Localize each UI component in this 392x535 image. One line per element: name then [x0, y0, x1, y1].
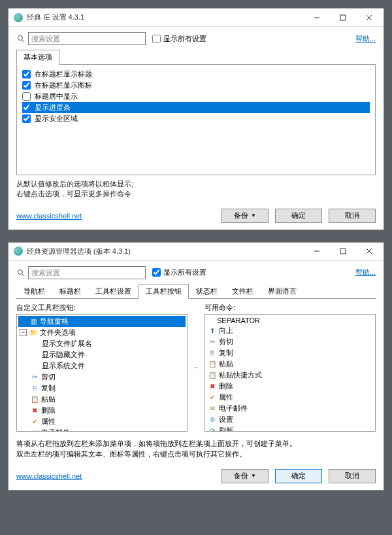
delete-icon: ✖: [30, 406, 39, 415]
copy-icon: ⎘: [208, 348, 217, 357]
refresh-icon: ⟳: [208, 426, 217, 432]
tab-language[interactable]: 界面语言: [261, 284, 304, 299]
list-item[interactable]: SEPARATOR: [206, 316, 374, 325]
window-title: 经典 IE 设置 4.3.1: [27, 12, 304, 22]
collapse-icon[interactable]: −: [20, 329, 27, 336]
option-center-title[interactable]: 标题居中显示: [22, 91, 370, 102]
list-item[interactable]: ✉电子邮件: [206, 403, 374, 414]
properties-icon: ✔: [30, 417, 39, 426]
options-panel: 在标题栏显示标题 在标题栏显示图标 标题居中显示 显示进度条 显示安全区域: [16, 64, 376, 175]
svg-line-11: [22, 274, 24, 276]
titlebar[interactable]: 经典 IE 设置 4.3.1: [8, 9, 384, 27]
available-commands-label: 可用命令:: [204, 303, 376, 313]
custom-toolbar-label: 自定义工具栏按钮:: [16, 303, 188, 313]
maximize-button[interactable]: [330, 243, 356, 260]
tab-nav[interactable]: 导航栏: [16, 284, 52, 299]
ok-button[interactable]: 确定: [275, 469, 322, 483]
custom-toolbar-list[interactable]: ▥导航窗格 −📁文件夹选项 显示文件扩展名 显示隐藏文件 显示系统文件 ✂剪切 …: [16, 314, 188, 432]
email-icon: ✉: [30, 428, 39, 432]
minimize-button[interactable]: [304, 9, 330, 26]
tab-titlebar[interactable]: 标题栏: [52, 284, 88, 299]
list-item[interactable]: ✔属性: [206, 392, 374, 403]
svg-point-10: [18, 269, 23, 274]
delete-icon: ✖: [208, 381, 217, 390]
tabs: 导航栏 标题栏 工具栏设置 工具栏按钮 状态栏 文件栏 界面语言: [16, 283, 376, 299]
option-icon-in-titlebar[interactable]: 在标题栏显示图标: [22, 80, 370, 91]
paste-icon: 📋: [30, 394, 39, 404]
help-link[interactable]: 帮助...: [355, 34, 376, 44]
option-show-security-zones[interactable]: 显示安全区域: [22, 113, 370, 124]
show-all-label: 显示所有设置: [163, 268, 206, 277]
show-all-checkbox[interactable]: 显示所有设置: [152, 34, 206, 44]
list-item[interactable]: ⟳刷新: [206, 425, 374, 432]
list-item[interactable]: −📁文件夹选项: [18, 327, 186, 338]
copy-icon: ⎘: [30, 383, 39, 392]
window-title: 经典资源管理器选项 (版本 4.3.1): [27, 247, 304, 256]
svg-rect-1: [340, 15, 346, 20]
list-item[interactable]: ⎘复制: [206, 347, 374, 358]
search-input[interactable]: [28, 32, 146, 45]
list-item[interactable]: 📋粘贴快捷方式: [206, 370, 374, 381]
list-item[interactable]: ✖删除: [206, 381, 374, 392]
folder-options-icon: 📁: [29, 328, 38, 337]
hint-text: 从默认值修改后的选项将以粗体显示; 右键点击选项，可显示更多操作命令: [16, 179, 376, 199]
list-item[interactable]: ⚙设置: [206, 414, 374, 425]
list-item[interactable]: 显示系统文件: [18, 360, 186, 371]
svg-rect-7: [340, 249, 346, 254]
properties-icon: ✔: [208, 392, 217, 402]
website-link[interactable]: www.classicshell.net: [16, 212, 82, 220]
search-input[interactable]: [28, 266, 146, 279]
list-item[interactable]: ⬆向上: [206, 325, 374, 336]
close-button[interactable]: [356, 243, 382, 260]
option-title-in-titlebar[interactable]: 在标题栏显示标题: [22, 69, 370, 80]
paste-shortcut-icon: 📋: [208, 370, 217, 379]
navpane-icon: ▥: [29, 317, 38, 326]
list-item[interactable]: 📋粘贴: [206, 358, 374, 370]
list-item[interactable]: ✔属性: [18, 416, 186, 427]
list-item[interactable]: ▥导航窗格: [18, 316, 186, 327]
tab-toolbar-settings[interactable]: 工具栏设置: [88, 284, 139, 299]
website-link[interactable]: www.classicshell.net: [16, 472, 82, 480]
app-icon: [14, 13, 23, 22]
cancel-button[interactable]: 取消: [329, 469, 376, 483]
list-item[interactable]: ✖删除: [18, 405, 186, 416]
tab-basic[interactable]: 基本选项: [16, 50, 59, 65]
option-show-progressbar[interactable]: 显示进度条: [22, 102, 370, 113]
transfer-arrow-icon: ←: [193, 364, 199, 371]
cut-icon: ✂: [30, 372, 39, 381]
search-icon: [16, 268, 25, 277]
list-item[interactable]: ✂剪切: [206, 336, 374, 347]
list-item[interactable]: 📋粘贴: [18, 394, 186, 405]
show-all-label: 显示所有设置: [163, 34, 206, 44]
hint-text: 将项从右栏拖放到左栏来添加菜单项，如将项拖放到左栏某项上面放开，可创建子菜单。 …: [16, 438, 376, 460]
available-commands-list[interactable]: SEPARATOR ⬆向上 ✂剪切 ⎘复制 📋粘贴 📋粘贴快捷方式 ✖删除 ✔属…: [204, 314, 376, 432]
tab-toolbar-buttons[interactable]: 工具栏按钮: [139, 284, 189, 299]
maximize-button[interactable]: [330, 9, 356, 26]
tab-statusbar[interactable]: 状态栏: [189, 284, 225, 299]
app-icon: [14, 247, 23, 256]
search-icon: [16, 34, 25, 43]
window-ie-settings: 经典 IE 设置 4.3.1 显示所有设置 帮助... 基本选项 在标题栏显示标…: [8, 8, 384, 230]
tab-filebar[interactable]: 文件栏: [225, 284, 261, 299]
svg-point-4: [18, 36, 23, 41]
titlebar[interactable]: 经典资源管理器选项 (版本 4.3.1): [8, 243, 384, 261]
close-button[interactable]: [356, 9, 382, 26]
settings-icon: ⚙: [208, 415, 217, 424]
list-item[interactable]: 显示文件扩展名: [18, 338, 186, 349]
ok-button[interactable]: 确定: [275, 209, 322, 223]
cancel-button[interactable]: 取消: [329, 209, 376, 223]
show-all-checkbox[interactable]: 显示所有设置: [152, 268, 206, 277]
tabs: 基本选项: [16, 49, 376, 65]
backup-button[interactable]: 备份▼: [221, 209, 269, 223]
list-item[interactable]: ⎘复制: [18, 383, 186, 394]
list-item[interactable]: ✉电子邮件: [18, 427, 186, 432]
minimize-button[interactable]: [304, 243, 330, 260]
list-item[interactable]: 显示隐藏文件: [18, 349, 186, 360]
cut-icon: ✂: [208, 337, 217, 346]
help-link[interactable]: 帮助...: [355, 268, 376, 277]
paste-icon: 📋: [208, 359, 217, 368]
backup-button[interactable]: 备份▼: [221, 469, 269, 483]
email-icon: ✉: [208, 404, 217, 413]
list-item[interactable]: ✂剪切: [18, 371, 186, 383]
svg-line-5: [22, 40, 24, 42]
